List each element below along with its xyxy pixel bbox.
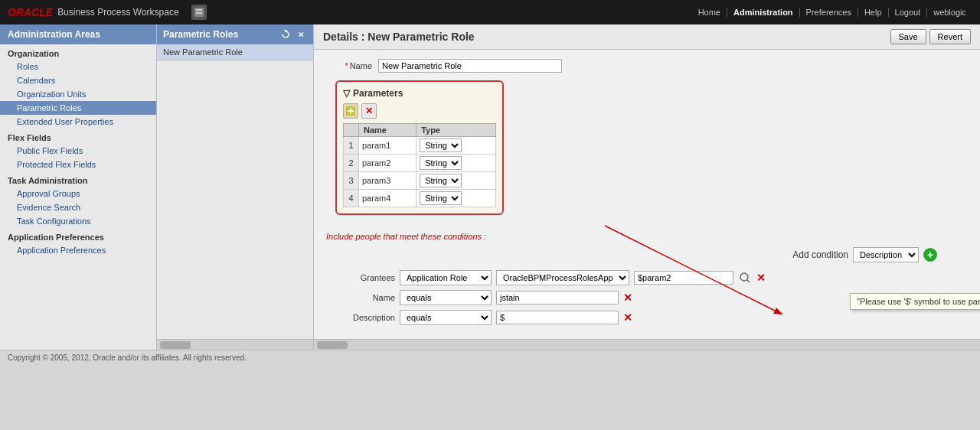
add-condition-label: Add condition	[792, 249, 848, 260]
sidebar-item-task-configs[interactable]: Task Configurations	[0, 214, 156, 228]
revert-button[interactable]: Revert	[929, 29, 971, 44]
top-nav: ORACLE Business Process Workspace Home A…	[0, 0, 980, 24]
sidebar-item-extended-user-props[interactable]: Extended User Properties	[0, 115, 156, 129]
grantees-delete-icon[interactable]: ✕	[756, 272, 766, 284]
middle-panel-header: Parametric Roles ✕	[157, 24, 313, 44]
type-select[interactable]: String	[420, 156, 462, 170]
condition-row-description: Description equals ✕	[341, 310, 968, 325]
nav-logout[interactable]: Logout	[889, 8, 928, 17]
col-empty	[344, 124, 359, 137]
middle-list-item[interactable]: New Parametric Role	[157, 44, 313, 60]
save-button[interactable]: Save	[890, 29, 926, 44]
panel-refresh-icon[interactable]	[279, 28, 292, 41]
desc-type-select[interactable]: equals	[400, 310, 492, 325]
sidebar-item-protected-flex[interactable]: Protected Flex Fields	[0, 158, 156, 171]
parameters-header: ▽ Parameters	[343, 88, 496, 99]
name-type-select[interactable]: equals	[400, 290, 492, 305]
sidebar-item-app-preferences[interactable]: Application Preferences	[0, 243, 156, 257]
name-input[interactable]	[378, 59, 562, 73]
params-delete-icon[interactable]: ✕	[361, 103, 377, 119]
param-row: 2 param2 String	[344, 155, 496, 172]
middle-panel: Parametric Roles ✕ New Parametric Role	[157, 24, 314, 350]
sidebar-item-parametric-roles[interactable]: Parametric Roles	[0, 101, 156, 115]
type-select[interactable]: String	[420, 191, 462, 205]
name-delete-icon[interactable]: ✕	[623, 292, 632, 304]
param-name: param1	[359, 137, 416, 155]
params-title: Parameters	[353, 88, 403, 99]
param-row: 3 param3 String	[344, 172, 496, 190]
tooltip-text: "Please use '$' symbol to use parameters…	[857, 297, 980, 306]
param-type: String	[416, 155, 496, 172]
required-star: *	[345, 61, 348, 70]
nav-help[interactable]: Help	[858, 8, 889, 17]
param-name: param3	[359, 172, 416, 190]
scroll-thumb[interactable]	[160, 341, 191, 349]
name-row: *Name	[326, 59, 968, 73]
param-num: 2	[344, 155, 359, 172]
grantees-type-select[interactable]: Application Role	[400, 270, 492, 285]
section-organization: Organization	[0, 44, 156, 60]
params-triangle: ▽	[343, 88, 350, 99]
include-label: Include people that meet these condition…	[326, 232, 968, 241]
name-label: *Name	[326, 61, 372, 70]
footer-text: Copyright © 2005, 2012, Oracle and/or it…	[8, 353, 247, 362]
grantees-value-input[interactable]	[634, 271, 733, 285]
param-name: param2	[359, 155, 416, 172]
main-scroll-thumb[interactable]	[317, 341, 348, 349]
add-condition-row: Add condition Description +	[326, 247, 968, 262]
header-buttons: Save Revert	[890, 29, 971, 44]
grantees-app-select[interactable]: OracleBPMProcessRolesApp	[496, 270, 629, 285]
oracle-brand-text: ORACLE	[8, 6, 53, 18]
add-condition-btn[interactable]: +	[923, 248, 937, 262]
sidebar-item-roles[interactable]: Roles	[0, 60, 156, 73]
sidebar-item-approval-groups[interactable]: Approval Groups	[0, 187, 156, 200]
svg-point-7	[740, 273, 748, 281]
desc-value-input[interactable]	[496, 311, 619, 324]
svg-line-8	[747, 280, 750, 282]
tooltip-box: "Please use '$' symbol to use parameters…	[850, 293, 980, 310]
form-area: *Name ▽ Parameters	[314, 50, 980, 339]
sidebar: Administration Areas Organization Roles …	[0, 24, 157, 350]
parameters-box: ▽ Parameters ✕	[335, 80, 504, 215]
param-type: String	[416, 190, 496, 207]
nav-links: Home Administration Preferences Help Log…	[692, 8, 972, 17]
desc-cond-label: Description	[341, 313, 395, 322]
section-app-prefs: Application Preferences	[0, 228, 156, 243]
svg-rect-1	[196, 9, 202, 11]
param-num: 4	[344, 190, 359, 207]
param-type: String	[416, 137, 496, 155]
params-add-icon[interactable]	[343, 103, 358, 119]
panel-header-icons: ✕	[279, 28, 307, 41]
grantees-search-icon[interactable]	[738, 271, 752, 285]
param-name: param4	[359, 190, 416, 207]
middle-scroll-h[interactable]	[157, 339, 313, 350]
sidebar-item-public-flex[interactable]: Public Flex Fields	[0, 144, 156, 158]
param-type: String	[416, 172, 496, 190]
type-select[interactable]: String	[420, 138, 462, 152]
sidebar-item-org-units[interactable]: Organization Units	[0, 87, 156, 101]
sidebar-item-calendars[interactable]: Calendars	[0, 73, 156, 87]
name-value-input[interactable]	[496, 291, 619, 305]
nav-preferences[interactable]: Preferences	[800, 8, 858, 17]
main-scroll-h[interactable]	[314, 339, 980, 350]
col-name: Name	[359, 124, 416, 137]
main-content: Details : New Parametric Role Save Rever…	[314, 24, 980, 350]
nav-home[interactable]: Home	[692, 8, 727, 17]
content-header: Details : New Parametric Role Save Rever…	[314, 24, 980, 50]
add-condition-select[interactable]: Description	[853, 247, 919, 262]
sidebar-item-evidence-search[interactable]: Evidence Search	[0, 200, 156, 214]
param-num: 1	[344, 137, 359, 155]
nav-icon	[191, 5, 207, 20]
content-title: Details : New Parametric Role	[323, 31, 475, 43]
col-type: Type	[416, 124, 496, 137]
panel-close-icon[interactable]: ✕	[295, 28, 307, 41]
content-area: Administration Areas Organization Roles …	[0, 24, 980, 350]
sidebar-header: Administration Areas	[0, 24, 156, 44]
desc-delete-icon[interactable]: ✕	[623, 311, 632, 324]
nav-administration[interactable]: Administration	[727, 8, 800, 17]
type-select[interactable]: String	[420, 174, 462, 187]
section-flex-fields: Flex Fields	[0, 129, 156, 144]
name-cond-label: Name	[341, 293, 395, 302]
nav-user[interactable]: weblogic	[927, 8, 972, 17]
params-toolbar: ✕	[343, 103, 496, 119]
